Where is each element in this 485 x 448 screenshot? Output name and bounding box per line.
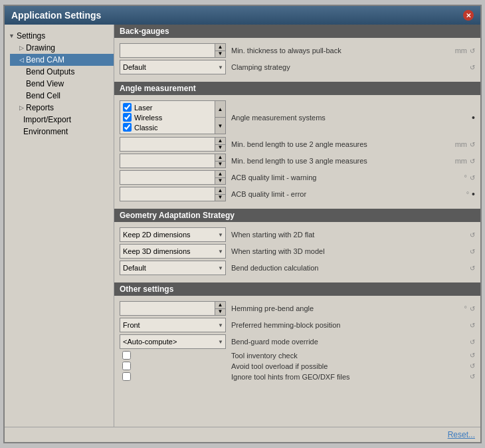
hemming-angle-input[interactable]: 40	[120, 302, 215, 316]
hemming-angle-spinbox[interactable]: 40 ▲ ▼	[120, 301, 226, 316]
sidebar-item-bendview[interactable]: Bend View	[10, 78, 114, 90]
thickness-increment[interactable]: ▲	[215, 44, 225, 51]
acb-error-input[interactable]: 0.5	[120, 187, 215, 202]
thickness-spinbox[interactable]: 3 ▲ ▼	[120, 43, 226, 58]
acb-warning-input[interactable]: 0.3	[120, 171, 215, 185]
dialog-title: Application Settings	[11, 10, 101, 21]
3d-model-select[interactable]: Keep 3D dimensions Keep 2D dimensions	[120, 244, 226, 259]
list-scroll-down[interactable]: ▼	[215, 117, 225, 134]
bend-length-2-unit: mm	[455, 140, 467, 148]
laser-label: Laser	[134, 104, 153, 112]
bend-guard-row: <Auto-compute> On Off ▼ Bend-guard mode …	[120, 334, 475, 349]
bend-length-2-dec[interactable]: ▼	[215, 144, 225, 152]
section-content-geometry: Keep 2D dimensions Keep 3D dimensions ▼ …	[114, 225, 480, 280]
sidebar-label-reports: Reports	[26, 103, 54, 112]
2d-flat-label: When starting with 2D flat	[226, 231, 467, 239]
dialog-window: Application Settings ✕ ▼ Settings ▷ Draw…	[3, 5, 482, 443]
angle-systems-list: Laser Wireless Classic	[120, 100, 226, 134]
list-scroll-up[interactable]: ▲	[215, 101, 225, 117]
bend-length-3-row: 1600 ▲ ▼ Min. bend length to use 3 angle…	[120, 154, 475, 168]
sidebar-item-drawing[interactable]: ▷ Drawing	[10, 42, 114, 54]
bend-length-3-dec[interactable]: ▼	[215, 161, 225, 168]
angle-systems-indicator: •	[472, 112, 475, 123]
sidebar-item-settings[interactable]: ▼ Settings	[5, 30, 114, 42]
tool-inventory-checkbox[interactable]	[122, 351, 131, 360]
2d-flat-reset[interactable]: ↺	[470, 231, 475, 239]
sidebar-item-reports[interactable]: ▷ Reports	[10, 102, 114, 114]
hemming-angle-dec[interactable]: ▼	[215, 308, 225, 316]
2d-flat-select[interactable]: Keep 2D dimensions Keep 3D dimensions	[120, 227, 226, 242]
tool-inventory-row: Tool inventory check ↺	[120, 351, 475, 360]
acb-warning-inc[interactable]: ▲	[215, 171, 225, 177]
clamping-label: Clamping strategy	[226, 63, 467, 71]
bend-length-2-inc[interactable]: ▲	[215, 138, 225, 144]
hemming-angle-reset[interactable]: ↺	[470, 305, 475, 312]
reset-link[interactable]: Reset...	[448, 430, 475, 439]
classic-checkbox[interactable]	[123, 123, 132, 132]
hemming-block-select[interactable]: Front Back Left Right	[120, 318, 226, 332]
clamping-reset[interactable]: ↺	[470, 64, 475, 71]
thickness-input[interactable]: 3	[120, 44, 215, 58]
bend-length-2-reset[interactable]: ↺	[470, 141, 475, 148]
footer: Reset...	[5, 427, 480, 442]
wireless-checkbox[interactable]	[123, 113, 132, 122]
section-header-geometry: Geometry Adaptation Strategy	[114, 209, 480, 222]
sidebar-item-bendoutputs[interactable]: Bend Outputs	[10, 66, 114, 78]
bend-length-3-inc[interactable]: ▲	[215, 154, 225, 161]
bend-deduction-reset[interactable]: ↺	[470, 265, 475, 272]
2d-flat-row: Keep 2D dimensions Keep 3D dimensions ▼ …	[120, 227, 475, 242]
sidebar-item-label: Settings	[17, 31, 45, 41]
section-header-angle: Angle measurement	[114, 82, 480, 95]
section-content-angle: Laser Wireless Classic	[114, 98, 480, 206]
acb-error-buttons: ▲ ▼	[215, 187, 225, 201]
acb-error-inc[interactable]: ▲	[215, 187, 225, 194]
clamping-select[interactable]: Default	[120, 60, 226, 74]
avoid-overload-label: Avoid tool overload if possible	[226, 362, 467, 370]
sidebar-label-bendview: Bend View	[26, 79, 64, 88]
3d-model-row: Keep 3D dimensions Keep 2D dimensions ▼ …	[120, 244, 475, 259]
close-button[interactable]: ✕	[463, 10, 474, 21]
acb-error-dec[interactable]: ▼	[215, 194, 225, 201]
acb-error-label: ACB quality limit - error	[226, 190, 464, 198]
thickness-spinbox-buttons: ▲ ▼	[215, 44, 225, 57]
main-panel: Back-gauges 3 ▲ ▼ Min. thickness to alwa…	[114, 25, 480, 427]
bend-length-3-reset[interactable]: ↺	[470, 158, 475, 165]
3d-model-reset[interactable]: ↺	[470, 248, 475, 255]
thickness-reset[interactable]: ↺	[470, 47, 475, 55]
sidebar-item-bendcell[interactable]: Bend Cell	[10, 90, 114, 102]
hemming-block-reset[interactable]: ↺	[470, 322, 475, 329]
acb-warning-reset[interactable]: ↺	[470, 174, 475, 181]
ignore-hints-label: Ignore tool hints from GEO/DXF files	[226, 373, 467, 381]
sidebar-item-importexport[interactable]: Import/Export	[10, 114, 114, 126]
acb-error-row: 0.5 ▲ ▼ ACB quality limit - error ° •	[120, 187, 475, 201]
bend-length-3-input[interactable]: 1600	[120, 154, 215, 169]
sidebar-item-bendcam[interactable]: ◁ Bend CAM	[10, 54, 114, 66]
bend-length-2-spinbox[interactable]: 800 ▲ ▼	[120, 137, 226, 152]
3d-model-select-wrapper: Keep 3D dimensions Keep 2D dimensions ▼	[120, 244, 226, 259]
bend-deduction-label: Bend deduction calculation	[226, 264, 467, 272]
bend-length-2-row: 800 ▲ ▼ Min. bend length to use 2 angle …	[120, 137, 475, 152]
acb-warning-spinbox[interactable]: 0.3 ▲ ▼	[120, 170, 226, 185]
bend-guard-select-wrapper: <Auto-compute> On Off ▼	[120, 334, 226, 349]
hemming-angle-inc[interactable]: ▲	[215, 302, 225, 308]
avoid-overload-checkbox[interactable]	[122, 362, 131, 370]
tool-inventory-reset[interactable]: ↺	[470, 352, 475, 359]
thickness-unit: mm	[455, 47, 467, 55]
bend-guard-reset[interactable]: ↺	[470, 338, 475, 346]
bend-length-3-spinbox[interactable]: 1600 ▲ ▼	[120, 154, 226, 168]
hemming-angle-unit: °	[464, 304, 467, 312]
ignore-hints-reset[interactable]: ↺	[470, 373, 475, 380]
ignore-hints-checkbox[interactable]	[122, 372, 131, 381]
acb-error-spinbox[interactable]: 0.5 ▲ ▼	[120, 187, 226, 201]
avoid-overload-reset[interactable]: ↺	[470, 362, 475, 370]
acb-warning-row: 0.3 ▲ ▼ ACB quality limit - warning ° ↺	[120, 170, 475, 185]
bend-length-2-input[interactable]: 800	[120, 138, 215, 152]
bend-guard-select[interactable]: <Auto-compute> On Off	[120, 334, 226, 349]
thickness-decrement[interactable]: ▼	[215, 51, 225, 58]
acb-warning-dec[interactable]: ▼	[215, 177, 225, 185]
sidebar-item-environment[interactable]: Environment	[10, 126, 114, 138]
hemming-block-select-wrapper: Front Back Left Right ▼	[120, 318, 226, 332]
title-bar: Application Settings ✕	[5, 6, 480, 25]
bend-deduction-select[interactable]: Default Option 1	[120, 261, 226, 275]
laser-checkbox[interactable]	[123, 103, 132, 112]
